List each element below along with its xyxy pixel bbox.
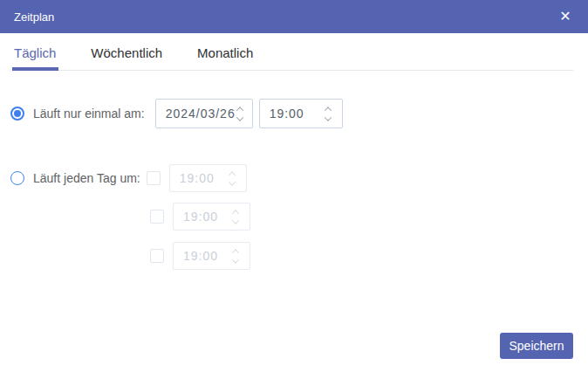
slot-2-time-value: 19:00: [183, 210, 218, 224]
once-time-value: 19:00: [270, 107, 304, 121]
close-icon[interactable]: ✕: [557, 10, 574, 24]
slot-2-spinner: [231, 209, 240, 224]
slot-1-spinner-down-button[interactable]: [228, 180, 236, 186]
slot-1-spinner-up-button[interactable]: [228, 170, 236, 176]
chevron-down-icon: [228, 178, 235, 185]
once-time-spinner-down-button[interactable]: [324, 115, 332, 121]
slot-3-checkbox[interactable]: [150, 249, 164, 263]
slot-1-checkbox[interactable]: [147, 171, 161, 185]
date-input[interactable]: 2024/03/26: [155, 99, 253, 128]
chevron-down-icon: [232, 256, 239, 263]
chevron-up-icon: [324, 107, 331, 114]
radio-run-daily[interactable]: [10, 171, 24, 185]
tab-monthly[interactable]: Monatlich: [197, 45, 253, 60]
tab-daily[interactable]: Täglich: [14, 45, 56, 60]
tab-divider: [12, 70, 573, 71]
slot-2-row: 19:00: [150, 203, 250, 231]
slot-2-checkbox[interactable]: [150, 210, 164, 224]
chevron-down-icon: [324, 114, 331, 121]
run-daily-row: Läuft jeden Tag um: 19:00: [10, 164, 247, 192]
slot-3-time-input[interactable]: 19:00: [173, 242, 250, 270]
tab-bar: Täglich Wöchentlich Monatlich: [0, 33, 588, 70]
save-button[interactable]: Speichern: [500, 333, 573, 359]
slot-1-spinner: [228, 170, 236, 186]
date-spinner-up-button[interactable]: [236, 106, 244, 112]
slot-3-time-value: 19:00: [183, 249, 218, 263]
chevron-down-icon: [232, 217, 239, 224]
slot-3-row: 19:00: [150, 242, 250, 270]
date-value: 2024/03/26: [166, 107, 236, 121]
chevron-up-icon: [232, 249, 239, 256]
slot-3-spinner-down-button[interactable]: [231, 258, 240, 264]
radio-run-once[interactable]: [10, 107, 24, 121]
tab-weekly[interactable]: Wöchentlich: [91, 45, 162, 60]
chevron-up-icon: [232, 210, 239, 217]
slot-2-spinner-down-button[interactable]: [231, 218, 240, 224]
run-once-label[interactable]: Läuft nur einmal am:: [33, 107, 145, 121]
slot-1-time-input[interactable]: 19:00: [169, 164, 247, 192]
slot-2-spinner-up-button[interactable]: [231, 209, 240, 215]
slot-3-spinner: [231, 248, 240, 264]
dialog-header: Zeitplan ✕: [0, 0, 588, 33]
run-once-row: Läuft nur einmal am: 2024/03/26 19:00: [10, 98, 343, 129]
once-time-spinner: [324, 106, 332, 121]
slot-2-time-input[interactable]: 19:00: [173, 203, 250, 231]
chevron-down-icon: [236, 114, 243, 121]
run-daily-label[interactable]: Läuft jeden Tag um:: [33, 171, 140, 185]
date-spinner-down-button[interactable]: [236, 115, 244, 121]
once-time-spinner-up-button[interactable]: [324, 106, 332, 112]
slot-1-time-value: 19:00: [180, 171, 215, 185]
chevron-up-icon: [228, 171, 235, 178]
slot-3-spinner-up-button[interactable]: [231, 248, 240, 254]
chevron-up-icon: [236, 107, 243, 114]
date-spinner: [236, 106, 244, 121]
once-time-input[interactable]: 19:00: [259, 99, 343, 128]
schedule-dialog: Zeitplan ✕ Täglich Wöchentlich Monatlich…: [0, 0, 588, 379]
dialog-title: Zeitplan: [14, 10, 54, 24]
